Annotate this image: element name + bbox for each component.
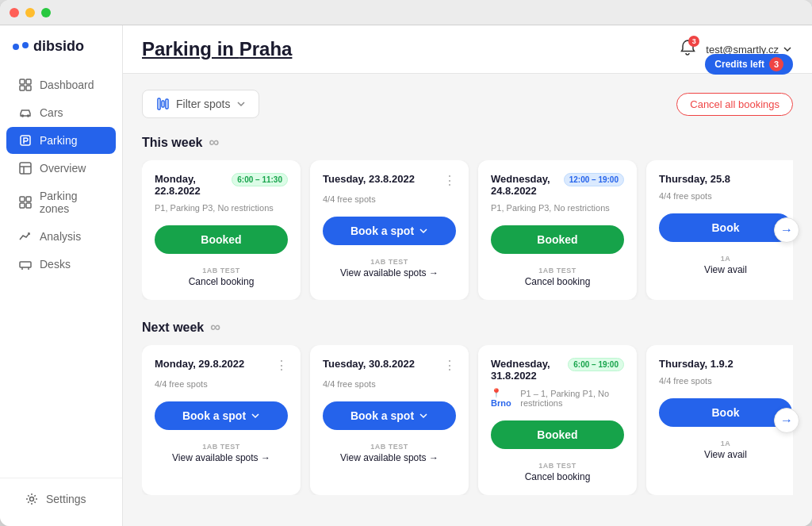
parking-icon (19, 134, 32, 147)
view-available-spots-link[interactable]: View avail (704, 264, 747, 275)
card-date: Thursday, 25.8 (659, 173, 730, 185)
card-footer-label: 1AB TEST (370, 258, 408, 266)
book-spot-button[interactable]: Book a spot (323, 217, 456, 245)
svg-rect-14 (26, 203, 31, 208)
book-spot-button[interactable]: Book a spot (323, 401, 456, 430)
view-available-spots-link[interactable]: View avail (704, 449, 747, 460)
cancel-booking-link[interactable]: Cancel booking (525, 471, 591, 482)
card-monday-this-week: Monday, 22.8.2022 6:00 – 11:30 P1, Parki… (142, 160, 301, 300)
card-header: Tuesday, 23.8.2022 ⋮ (323, 173, 456, 188)
maximize-button[interactable] (41, 8, 51, 17)
card-sub: 4/4 free spots (323, 194, 456, 204)
minimize-button[interactable] (25, 8, 35, 17)
sidebar-item-cars-label: Cars (40, 106, 63, 119)
view-available-spots-link[interactable]: View available spots → (340, 267, 439, 278)
cancel-booking-link[interactable]: Cancel booking (525, 276, 591, 287)
card-footer: 1AB TEST Cancel booking (155, 267, 288, 287)
filter-spots-button[interactable]: Filter spots (142, 90, 259, 118)
view-available-spots-link[interactable]: View available spots → (172, 452, 270, 463)
nav-section: Dashboard Cars Parking (0, 71, 122, 478)
card-header: Wednesday, 24.8.2022 12:00 – 19:00 (491, 173, 624, 197)
book-spot-button[interactable]: Book (659, 398, 792, 427)
card-footer: 1A View avail (659, 440, 792, 460)
card-footer: 1AB TEST Cancel booking (491, 462, 624, 482)
booked-button[interactable]: Booked (155, 225, 288, 254)
card-sub: P1, Parking P3, No restrictions (491, 203, 624, 213)
toolbar-right: Cancel all bookings (676, 93, 793, 116)
more-options-icon[interactable]: ⋮ (443, 358, 456, 373)
book-spot-button[interactable]: Book (659, 213, 792, 242)
sidebar-item-settings-label: Settings (46, 493, 86, 505)
time-badge: 12:00 – 19:00 (564, 173, 624, 186)
chevron-down-icon (236, 99, 246, 109)
notification-badge: 3 (688, 36, 699, 47)
card-header: Wednesday, 31.8.2022 6:00 – 19:00 (491, 358, 624, 382)
booked-button[interactable]: Booked (491, 420, 624, 449)
sidebar: dibsido Dashboard Cars (0, 25, 123, 526)
car-icon (19, 106, 32, 119)
nav-bottom: Settings (0, 478, 122, 513)
sidebar-item-analysis[interactable]: Analysis (6, 223, 116, 250)
card-footer: 1AB TEST View available spots → (323, 258, 456, 278)
svg-rect-1 (26, 79, 31, 84)
sidebar-item-dashboard[interactable]: Dashboard (6, 71, 116, 98)
card-thursday-this-week: Thursday, 25.8 4/4 free spots Book 1A Vi… (646, 160, 793, 300)
filter-icon (155, 97, 170, 111)
scroll-right-next-week-button[interactable]: → (774, 408, 799, 433)
next-week-cards-row: Monday, 29.8.2022 ⋮ 4/4 free spots Book … (142, 345, 793, 495)
cancel-all-bookings-button[interactable]: Cancel all bookings (676, 93, 793, 116)
card-date: Wednesday, 24.8.2022 (491, 173, 564, 197)
cancel-booking-link[interactable]: Cancel booking (189, 276, 255, 287)
more-options-icon[interactable]: ⋮ (275, 358, 288, 373)
chevron-down-icon (251, 411, 260, 420)
svg-rect-2 (20, 86, 25, 90)
card-header: Tuesday, 30.8.2022 ⋮ (323, 358, 456, 373)
svg-rect-6 (21, 136, 30, 145)
sidebar-item-dashboard-label: Dashboard (40, 79, 94, 91)
sidebar-item-overview-label: Overview (40, 162, 86, 175)
sidebar-item-parking-zones[interactable]: Parking zones (6, 182, 116, 222)
logo: dibsido (0, 38, 122, 71)
sidebar-item-cars[interactable]: Cars (6, 99, 116, 126)
card-wednesday-next-week: Wednesday, 31.8.2022 6:00 – 19:00 📍 Brno… (478, 345, 637, 495)
next-week-title: Next week ∞ (142, 319, 793, 336)
card-footer: 1AB TEST View available spots → (155, 443, 288, 463)
this-week-cards-row: Monday, 22.8.2022 6:00 – 11:30 P1, Parki… (142, 160, 793, 300)
close-button[interactable] (10, 8, 19, 17)
city-name: Praha (239, 38, 293, 60)
page-title: Parking in Praha (142, 38, 292, 60)
sidebar-item-desks[interactable]: Desks (6, 251, 116, 278)
card-sub: 📍 Brno P1 – 1, Parking P1, No restrictio… (491, 388, 624, 408)
sidebar-item-analysis-label: Analysis (40, 230, 81, 243)
card-sub: 4/4 free spots (659, 191, 792, 201)
card-date: Tuesday, 30.8.2022 (323, 358, 415, 370)
sidebar-item-overview[interactable]: Overview (6, 155, 116, 182)
card-date: Tuesday, 23.8.2022 (323, 173, 415, 185)
scroll-right-button[interactable]: → (774, 217, 799, 243)
titlebar (0, 0, 812, 25)
more-options-icon[interactable]: ⋮ (443, 173, 456, 188)
sidebar-item-parking[interactable]: Parking (6, 127, 116, 154)
location-tag: 📍 Brno (491, 388, 517, 408)
zones-icon (19, 196, 32, 209)
app-window: dibsido Dashboard Cars (0, 0, 812, 526)
book-spot-button[interactable]: Book a spot (155, 401, 288, 430)
notifications-button[interactable]: 3 (679, 39, 696, 60)
sidebar-item-settings[interactable]: Settings (13, 486, 109, 513)
booked-button[interactable]: Booked (491, 225, 624, 254)
card-monday-next-week: Monday, 29.8.2022 ⋮ 4/4 free spots Book … (142, 345, 301, 495)
credits-badge: Credits left 3 (705, 74, 793, 75)
toolbar: Filter spots Cancel all bookings (142, 90, 793, 118)
next-week-cards-container: Monday, 29.8.2022 ⋮ 4/4 free spots Book … (142, 345, 793, 495)
card-sub: 4/4 free spots (659, 376, 792, 386)
card-footer-label: 1AB TEST (202, 443, 240, 451)
chevron-down-icon (419, 411, 428, 420)
card-footer-label: 1AB TEST (538, 462, 576, 470)
card-footer-label: 1AB TEST (370, 443, 408, 451)
sidebar-item-desks-label: Desks (40, 258, 71, 271)
overview-icon (19, 162, 32, 175)
card-tuesday-next-week: Tuesday, 30.8.2022 ⋮ 4/4 free spots Book… (310, 345, 469, 495)
logo-text: dibsido (33, 38, 84, 55)
view-available-spots-link[interactable]: View available spots → (340, 452, 439, 463)
this-week-cards-container: Monday, 22.8.2022 6:00 – 11:30 P1, Parki… (142, 160, 793, 300)
